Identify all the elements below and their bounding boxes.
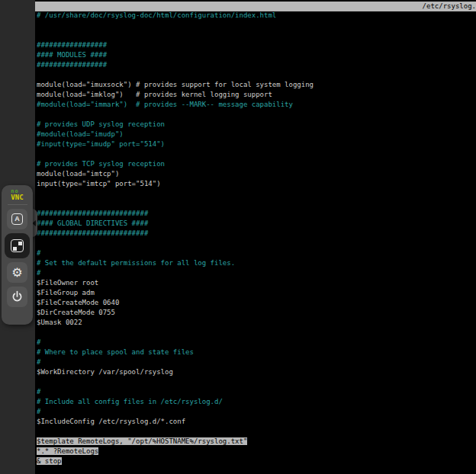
editor-line: $FileOwner root <box>37 278 476 288</box>
editor-line <box>37 189 476 199</box>
editor-line: ########################### <box>37 209 476 219</box>
terminal-viewport[interactable]: GNU nano 7.2 /etc/rsyslog. # /usr/share/… <box>35 0 476 474</box>
editor-line: & stop <box>37 456 476 466</box>
editor-line <box>37 21 476 30</box>
editor-line: $FileCreateMode 0640 <box>37 298 476 308</box>
editor-line <box>37 149 476 159</box>
editor-line: # <box>37 357 476 367</box>
editor-line: # provides UDP syslog reception <box>37 120 476 130</box>
editor-line: ################# <box>37 40 476 50</box>
novnc-logo: no VNC <box>11 188 23 200</box>
editor-line: # Where to place spool and state files <box>37 347 476 357</box>
editor-line: # Set the default permissions for all lo… <box>37 258 476 268</box>
editor-line <box>37 30 476 40</box>
settings-button[interactable]: ⚙ <box>7 262 27 283</box>
editor-line: $DirCreateMode 0755 <box>37 308 476 318</box>
editor-line: # <box>37 407 476 417</box>
editor-line: module(load="imuxsock") # provides suppo… <box>37 80 476 90</box>
editor-line <box>37 199 476 209</box>
editor-line: #input(type="imudp" port="514") <box>37 139 476 149</box>
editor-line: *.* ?RemoteLogs <box>37 447 476 456</box>
editor-line: $FileGroup adm <box>37 288 476 298</box>
editor-line <box>37 328 476 338</box>
editor-line: # <box>37 248 476 258</box>
novnc-logo-vnc: VNC <box>11 194 23 200</box>
editor-line: # <box>37 338 476 347</box>
editor-line <box>37 70 476 80</box>
editor-line: $Umask 0022 <box>37 318 476 328</box>
editor-line: #### GLOBAL DIRECTIVES #### <box>37 219 476 229</box>
editor-line: #module(load="imudp") <box>37 130 476 139</box>
editor-line: ################# <box>37 60 476 70</box>
editor-line: # <box>37 387 476 397</box>
nano-editor-text[interactable]: # /usr/share/doc/rsyslog-doc/html/config… <box>37 11 476 474</box>
gear-icon: ⚙ <box>11 267 22 279</box>
fullscreen-icon <box>11 239 24 252</box>
editor-line <box>37 427 476 437</box>
editor-line: #module(load="immark") # provides --MARK… <box>37 100 476 110</box>
extra-keys-button[interactable]: A <box>7 209 27 229</box>
novnc-control-bar: no VNC A ⚙ <box>2 185 33 325</box>
editor-line <box>37 239 476 248</box>
editor-line: $WorkDirectory /var/spool/rsyslog <box>37 367 476 377</box>
editor-line: # <box>37 268 476 278</box>
editor-line: # provides TCP syslog reception <box>37 159 476 169</box>
editor-line: # Include all config files in /etc/rsysl… <box>37 397 476 407</box>
panel-divider <box>8 204 27 205</box>
editor-line <box>37 377 476 387</box>
editor-line <box>37 110 476 120</box>
fullscreen-button[interactable] <box>5 233 30 258</box>
editor-line: $IncludeConfig /etc/rsyslog.d/*.conf <box>37 417 476 427</box>
editor-line: ########################### <box>37 229 476 239</box>
editor-line: # /usr/share/doc/rsyslog-doc/html/config… <box>37 11 476 21</box>
keyboard-a-icon: A <box>11 213 23 225</box>
editor-line: $template RemoteLogs, "/opt/%HOSTNAME%/r… <box>37 437 476 447</box>
power-icon <box>11 290 24 303</box>
editor-line: #### MODULES #### <box>37 50 476 60</box>
editor-line: module(load="imklog") # provides kernel … <box>37 90 476 100</box>
disconnect-button[interactable] <box>7 287 27 307</box>
vnc-screen: GNU nano 7.2 /etc/rsyslog. # /usr/share/… <box>0 0 476 474</box>
editor-line: input(type="imtcp" port="514") <box>37 179 476 189</box>
editor-line: module(load="imtcp") <box>37 169 476 179</box>
